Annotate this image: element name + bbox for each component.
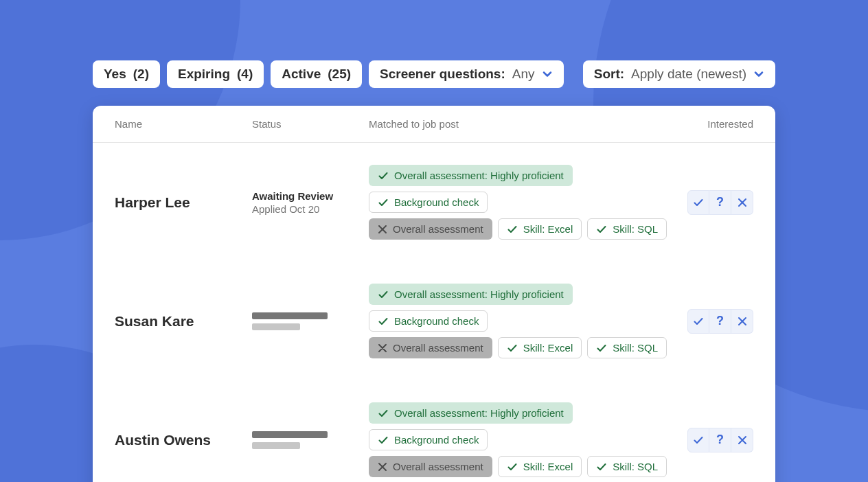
interested-no-button[interactable] xyxy=(731,309,753,334)
sort-label: Sort: xyxy=(594,67,624,82)
check-icon xyxy=(596,224,607,235)
check-icon xyxy=(378,289,389,300)
col-status: Status xyxy=(252,118,369,130)
tag-label: Background check xyxy=(394,434,479,446)
tag-background-check: Background check xyxy=(369,192,488,213)
tag-overall-fail: Overall assessment xyxy=(369,456,492,477)
tag-label: Overall assessment xyxy=(393,223,483,235)
tag-skill-sql: Skill: SQL xyxy=(587,218,667,240)
tag-overall-proficient: Overall assessment: Highly proficient xyxy=(369,165,573,186)
tag-overall-fail: Overall assessment xyxy=(369,218,492,240)
x-icon xyxy=(378,462,387,472)
filter-count: (4) xyxy=(237,67,253,82)
check-icon xyxy=(693,316,704,327)
tag-label: Skill: SQL xyxy=(613,461,658,472)
filter-label: Expiring xyxy=(178,67,230,82)
interested-maybe-button[interactable]: ? xyxy=(709,190,731,215)
filter-count: (25) xyxy=(328,67,351,82)
candidate-name[interactable]: Austin Owens xyxy=(115,432,252,448)
filter-bar: Yes (2) Expiring (4) Active (25) Screene… xyxy=(93,60,775,88)
table-row: Susan Kare Overall assessment: Highly pr… xyxy=(93,262,775,380)
interested-maybe-button[interactable]: ? xyxy=(709,428,731,452)
sort-dropdown[interactable]: Sort: Apply date (newest) xyxy=(583,60,775,88)
check-icon xyxy=(378,197,389,208)
tag-label: Skill: SQL xyxy=(613,342,658,354)
filter-label: Screener questions: xyxy=(380,67,505,82)
interested-actions: ? xyxy=(671,190,753,215)
interested-no-button[interactable] xyxy=(731,428,753,452)
tag-label: Skill: Excel xyxy=(523,342,573,354)
tag-overall-proficient: Overall assessment: Highly proficient xyxy=(369,402,573,424)
candidate-name[interactable]: Susan Kare xyxy=(115,313,252,330)
check-icon xyxy=(507,343,518,354)
placeholder-bar xyxy=(252,431,328,438)
table-row: Austin Owens Overall assessment: Highly … xyxy=(93,380,775,482)
col-name: Name xyxy=(115,118,252,130)
interested-yes-button[interactable] xyxy=(687,309,709,334)
tag-label: Overall assessment: Highly proficient xyxy=(394,407,564,419)
tag-label: Skill: Excel xyxy=(523,461,573,472)
question-icon: ? xyxy=(716,314,724,328)
check-icon xyxy=(378,435,389,446)
x-icon xyxy=(378,343,387,353)
question-icon: ? xyxy=(716,195,724,209)
match-tags: Overall assessment: Highly proficient Ba… xyxy=(369,402,671,477)
filter-label: Yes xyxy=(104,67,126,82)
interested-no-button[interactable] xyxy=(731,190,753,215)
tag-skill-excel: Skill: Excel xyxy=(498,337,582,358)
candidates-card: Name Status Matched to job post Interest… xyxy=(93,106,775,482)
check-icon xyxy=(693,197,704,208)
tag-label: Overall assessment: Highly proficient xyxy=(394,170,564,181)
placeholder-bar xyxy=(252,312,328,319)
question-icon: ? xyxy=(716,433,724,447)
tag-label: Background check xyxy=(394,315,479,327)
check-icon xyxy=(378,170,389,181)
match-tags: Overall assessment: Highly proficient Ba… xyxy=(369,284,671,358)
candidate-name[interactable]: Harper Lee xyxy=(115,194,252,211)
tag-skill-excel: Skill: Excel xyxy=(498,218,582,240)
filter-count: (2) xyxy=(133,67,149,82)
table-header: Name Status Matched to job post Interest… xyxy=(93,106,775,143)
tag-skill-sql: Skill: SQL xyxy=(587,337,667,358)
x-icon xyxy=(378,225,387,234)
filter-expiring[interactable]: Expiring (4) xyxy=(167,60,264,88)
filter-label: Active xyxy=(282,67,321,82)
filter-yes[interactable]: Yes (2) xyxy=(93,60,160,88)
status-title: Awaiting Review xyxy=(252,190,369,202)
check-icon xyxy=(378,408,389,419)
col-matched: Matched to job post xyxy=(369,118,671,130)
filter-active[interactable]: Active (25) xyxy=(271,60,362,88)
status-sub: Applied Oct 20 xyxy=(252,203,369,215)
check-icon xyxy=(693,435,704,446)
check-icon xyxy=(507,461,518,472)
x-icon xyxy=(738,435,747,445)
tag-label: Overall assessment: Highly proficient xyxy=(394,288,564,300)
interested-actions: ? xyxy=(671,309,753,334)
interested-yes-button[interactable] xyxy=(687,190,709,215)
check-icon xyxy=(507,224,518,235)
check-icon xyxy=(378,316,389,327)
tag-skill-sql: Skill: SQL xyxy=(587,456,667,477)
x-icon xyxy=(738,198,747,207)
interested-maybe-button[interactable]: ? xyxy=(709,309,731,334)
tag-overall-proficient: Overall assessment: Highly proficient xyxy=(369,284,573,305)
tag-label: Overall assessment xyxy=(393,461,483,472)
placeholder-bar xyxy=(252,323,300,330)
placeholder-bar xyxy=(252,442,300,449)
tag-background-check: Background check xyxy=(369,310,488,332)
chevron-down-icon xyxy=(753,69,764,80)
tag-label: Overall assessment xyxy=(393,342,483,354)
tag-background-check: Background check xyxy=(369,429,488,450)
interested-yes-button[interactable] xyxy=(687,428,709,452)
col-interested: Interested xyxy=(671,118,753,130)
tag-overall-fail: Overall assessment xyxy=(369,337,492,358)
tag-label: Skill: SQL xyxy=(613,223,658,235)
sort-value: Apply date (newest) xyxy=(631,67,746,82)
table-row: Harper LeeAwaiting Review Applied Oct 20… xyxy=(93,143,775,262)
filter-screener-questions[interactable]: Screener questions: Any xyxy=(369,60,563,88)
tag-skill-excel: Skill: Excel xyxy=(498,456,582,477)
interested-actions: ? xyxy=(671,428,753,452)
tag-label: Background check xyxy=(394,196,479,208)
match-tags: Overall assessment: Highly proficient Ba… xyxy=(369,165,671,240)
chevron-down-icon xyxy=(542,69,553,80)
